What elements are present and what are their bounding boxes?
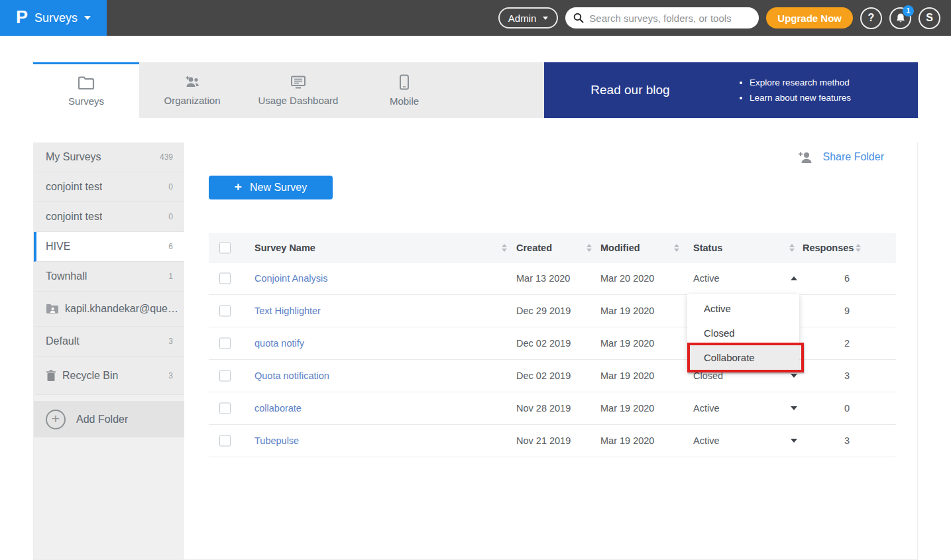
tabbar-filler (457, 62, 544, 118)
folder-icon (78, 76, 95, 90)
banner-bullet: Explore research method (750, 75, 851, 90)
sort-icon[interactable] (587, 244, 592, 252)
questionpro-logo: P (16, 9, 28, 27)
topbar: P Surveys Admin Upgrade Now ? 1 S (0, 0, 951, 36)
notifications-button[interactable]: 1 (889, 7, 911, 29)
status-value[interactable]: Active (693, 273, 720, 284)
tab-label: Organization (164, 95, 220, 106)
survey-name-link[interactable]: Tubepulse (254, 435, 299, 446)
row-checkbox[interactable] (219, 403, 231, 414)
sidebar-item-recycle-bin[interactable]: Recycle Bin 3 (34, 357, 184, 395)
responses-count: 0 (834, 403, 860, 414)
column-header-responses[interactable]: Responses (803, 243, 854, 253)
status-caret-down-icon[interactable] (791, 406, 797, 410)
column-header-status[interactable]: Status (693, 243, 722, 253)
upgrade-now-button[interactable]: Upgrade Now (766, 7, 853, 28)
modified-date: Mar 19 2020 (600, 370, 654, 381)
row-checkbox[interactable] (219, 273, 231, 284)
tab-organization[interactable]: Organization (139, 62, 245, 118)
topbar-actions: Admin Upgrade Now ? 1 S (498, 7, 951, 29)
row-checkbox[interactable] (219, 338, 231, 349)
help-button[interactable]: ? (860, 7, 882, 29)
search-icon (573, 13, 584, 23)
product-switcher[interactable]: P Surveys (0, 0, 107, 36)
share-folder-button[interactable]: Share Folder (797, 150, 885, 164)
dashboard-icon (290, 75, 307, 89)
status-value[interactable]: Active (693, 435, 720, 446)
tab-label: Usage Dashboard (258, 95, 339, 106)
add-folder-button[interactable]: + Add Folder (34, 401, 184, 437)
global-search[interactable] (565, 7, 759, 28)
banner-bullet-list: Explore research method Learn about new … (750, 75, 851, 105)
folder-count: 6 (168, 242, 173, 251)
select-all-checkbox[interactable] (219, 242, 231, 253)
status-option-closed[interactable]: Closed (687, 321, 799, 345)
notification-badge: 1 (903, 5, 914, 17)
survey-name-link[interactable]: Text Highlighter (254, 306, 321, 316)
status-caret-down-icon[interactable] (791, 374, 797, 378)
sidebar-item-shared-account[interactable]: kapil.khandekar@que… (34, 292, 184, 327)
status-dropdown: Active Closed Collaborate (687, 294, 799, 372)
tab-mobile[interactable]: Mobile (351, 62, 457, 118)
table-row: Conjoint Analysis Mar 13 2020 Mar 20 202… (209, 262, 896, 295)
survey-name-link[interactable]: collaborate (254, 403, 302, 414)
column-header-created[interactable]: Created (516, 243, 552, 253)
tabs: Surveys Organization Usage Dashboard Mob… (33, 62, 544, 118)
survey-name-link[interactable]: quota notify (254, 338, 304, 349)
new-survey-label: New Survey (250, 182, 307, 194)
sidebar-item-conjoint-test-2[interactable]: conjoint test 0 (34, 202, 184, 232)
status-caret-down-icon[interactable] (791, 439, 797, 443)
sidebar-item-townhall[interactable]: Townhall 1 (34, 262, 184, 292)
folder-count: 439 (160, 152, 173, 162)
new-survey-button[interactable]: + New Survey (209, 176, 333, 199)
primary-tabbar: Surveys Organization Usage Dashboard Mob… (33, 62, 918, 118)
tab-usage-dashboard[interactable]: Usage Dashboard (245, 62, 351, 118)
row-checkbox[interactable] (219, 435, 231, 447)
column-header-survey-name[interactable]: Survey Name (254, 243, 315, 253)
created-date: Mar 13 2020 (516, 273, 570, 284)
sort-icon[interactable] (674, 244, 679, 252)
status-value[interactable]: Active (693, 403, 720, 414)
table-header: Survey Name Created Modified Status Resp… (209, 233, 896, 262)
status-option-collaborate[interactable]: Collaborate (687, 345, 799, 370)
responses-count: 9 (834, 306, 860, 316)
row-checkbox[interactable] (219, 370, 231, 382)
responses-count: 6 (834, 273, 860, 284)
share-person-icon (797, 150, 814, 164)
app-window: P Surveys Admin Upgrade Now ? 1 S (0, 0, 951, 560)
sidebar-item-conjoint-test-1[interactable]: conjoint test 0 (34, 172, 184, 202)
column-header-modified[interactable]: Modified (600, 243, 640, 253)
sort-icon[interactable] (789, 244, 795, 252)
status-caret-up-icon[interactable] (791, 276, 797, 280)
account-avatar[interactable]: S (919, 7, 940, 29)
sidebar-item-hive[interactable]: HIVE 6 (34, 232, 184, 262)
folder-count: 3 (168, 337, 173, 346)
created-date: Dec 29 2019 (516, 306, 571, 316)
row-checkbox[interactable] (219, 306, 231, 317)
modified-date: Mar 19 2020 (600, 403, 654, 414)
sort-icon[interactable] (856, 244, 861, 252)
status-option-active[interactable]: Active (687, 296, 799, 321)
question-mark-icon: ? (868, 12, 875, 24)
search-input[interactable] (589, 13, 751, 24)
product-name: Surveys (34, 11, 78, 25)
banner-title: Read our blog (544, 83, 716, 97)
status-value[interactable]: Closed (693, 370, 723, 381)
survey-name-link[interactable]: Conjoint Analysis (254, 273, 327, 284)
folder-count: 1 (168, 272, 173, 281)
sidebar-item-default[interactable]: Default 3 (34, 327, 184, 357)
tab-label: Surveys (68, 95, 104, 107)
blog-banner[interactable]: Read our blog Explore research method Le… (544, 62, 918, 118)
plus-icon: + (235, 180, 242, 194)
responses-count: 2 (834, 338, 860, 349)
survey-name-link[interactable]: Quota notification (254, 370, 329, 381)
sort-icon[interactable] (502, 244, 507, 252)
sidebar-item-my-surveys[interactable]: My Surveys 439 (34, 142, 184, 172)
table-row: collaborate Nov 28 2019 Mar 19 2020 Acti… (209, 392, 896, 425)
tab-surveys[interactable]: Surveys (33, 62, 139, 118)
modified-date: Mar 19 2020 (600, 435, 654, 446)
admin-menu-button[interactable]: Admin (498, 7, 559, 28)
banner-bullet: Learn about new features (750, 90, 851, 105)
shared-folder-icon (46, 304, 59, 314)
avatar-initial: S (926, 12, 933, 24)
